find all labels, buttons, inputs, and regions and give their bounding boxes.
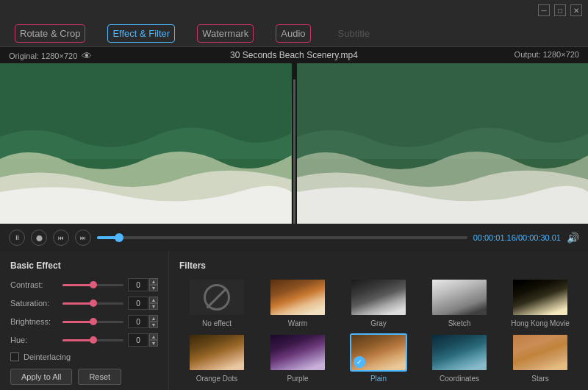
close-button[interactable]: ✕ [570,4,582,16]
prev-frame-button[interactable]: ⏮ [53,230,69,246]
saturation-value-box: 0 ▲ ▼ [128,297,158,310]
filter-sketch[interactable]: Sketch [422,278,497,327]
brightness-slider[interactable] [62,321,123,323]
reset-button[interactable]: Reset [78,369,121,385]
saturation-down[interactable]: ▼ [149,303,158,310]
transport-bar: ⏸ ⬤ ⏮ ⏭ 00:00:01.16/00:00:30.01 🔊 [0,224,588,252]
filter-label-hk-movie: Hong Kong Movie [511,319,570,327]
brightness-value-box: 0 ▲ ▼ [128,315,158,328]
contrast-spinner[interactable]: ▲ ▼ [149,278,158,291]
hue-spinner[interactable]: ▲ ▼ [149,333,158,347]
filters-grid: No effect Warm Gray Ske [179,278,578,383]
saturation-handle[interactable] [90,299,97,307]
filter-purple[interactable]: Purple [260,333,335,383]
filter-label-coordinates: Coordinates [440,375,479,383]
saturation-fill [62,302,93,305]
action-buttons: Apply to All Reset [10,369,158,385]
preview-area: Original: 1280×720 👁 Output: 1280×720 30… [0,47,588,224]
saturation-row: Saturation: 0 ▲ ▼ [10,297,158,310]
filter-coordinates[interactable]: Coordinates [422,333,497,383]
filter-thumb-orange-dots [188,333,245,372]
preview-panels [0,47,588,224]
filter-warm[interactable]: Warm [260,278,335,327]
video-title: 30 Seconds Beach Scenery.mp4 [230,50,358,60]
filter-thumb-stars [512,333,569,372]
deinterlace-checkbox[interactable] [10,352,19,361]
progress-track[interactable] [97,236,467,239]
contrast-up[interactable]: ▲ [149,278,158,285]
filter-label-sketch: Sketch [448,319,471,327]
contrast-value-box: 0 ▲ ▼ [128,278,158,291]
filter-thumb-gray [350,278,407,316]
eye-icon[interactable]: 👁 [82,50,92,62]
basic-effect-title: Basic Effect [10,260,158,271]
apply-all-button[interactable]: Apply to All [10,369,72,385]
brightness-spinner[interactable]: ▲ ▼ [149,315,158,328]
contrast-label: Contrast: [10,280,58,289]
filter-hk-movie[interactable]: Hong Kong Movie [503,278,578,327]
filter-stars[interactable]: Stars [503,333,578,383]
hue-label: Hue: [10,336,58,344]
tab-audio[interactable]: Audio [276,24,310,43]
filter-no-effect[interactable]: No effect [179,278,254,327]
brightness-label: Brightness: [10,317,58,326]
contrast-slider[interactable] [62,284,123,286]
filter-label-stars: Stars [531,375,548,383]
filter-label-warm: Warm [288,319,307,327]
next-frame-button[interactable]: ⏭ [75,230,91,246]
tab-subtitle[interactable]: Subtitle [333,24,375,43]
filter-thumb-hk-movie [512,278,569,316]
saturation-spinner[interactable]: ▲ ▼ [149,297,158,310]
filter-label-gray: Gray [370,319,387,327]
contrast-fill [62,284,93,286]
contrast-row: Contrast: 0 ▲ ▼ [10,278,158,291]
brightness-up[interactable]: ▲ [149,315,158,322]
bottom-panel: Basic Effect Contrast: 0 ▲ ▼ Saturation: [0,252,588,390]
filter-label-no-effect: No effect [202,319,232,327]
tab-rotate-crop[interactable]: Rotate & Crop [15,24,85,43]
stop-button[interactable]: ⬤ [31,230,47,246]
saturation-up[interactable]: ▲ [149,297,158,303]
tab-bar: Rotate & Crop Effect & Filter Watermark … [0,21,588,47]
hue-handle[interactable] [90,336,97,344]
hue-row: Hue: 0 ▲ ▼ [10,333,158,347]
contrast-value[interactable]: 0 [128,278,148,291]
minimize-button[interactable]: ─ [538,4,550,16]
tab-effect-filter[interactable]: Effect & Filter [107,24,175,43]
preview-original [0,63,292,224]
filter-thumb-plain: ✓ [350,333,407,372]
contrast-down[interactable]: ▼ [149,285,158,291]
right-filters: Filters No effect Warm [169,252,588,390]
brightness-handle[interactable] [90,318,97,325]
contrast-handle[interactable] [90,281,97,288]
brightness-fill [62,321,93,323]
hue-up[interactable]: ▲ [149,333,158,340]
filter-orange-dots[interactable]: Orange Dots [179,333,254,383]
hue-fill [62,339,93,341]
saturation-value[interactable]: 0 [128,297,148,310]
pause-button[interactable]: ⏸ [9,230,25,246]
filter-plain[interactable]: ✓ Plain [341,333,416,383]
maximize-button[interactable]: □ [554,4,566,16]
preview-divider [293,79,295,224]
filter-thumb-sketch [431,278,488,316]
left-controls: Basic Effect Contrast: 0 ▲ ▼ Saturation: [0,252,169,390]
deinterlace-row: Deinterlacing [10,352,158,361]
hue-slider[interactable] [62,339,123,341]
brightness-down[interactable]: ▼ [149,322,158,328]
progress-handle[interactable] [115,233,123,242]
volume-icon[interactable]: 🔊 [567,232,579,244]
filter-label-orange-dots: Orange Dots [196,375,238,383]
brightness-value[interactable]: 0 [128,315,148,328]
hue-value[interactable]: 0 [128,333,148,347]
filter-gray[interactable]: Gray [341,278,416,327]
filter-thumb-purple [269,333,326,372]
filter-thumb-coordinates [431,333,488,372]
preview-output [297,63,589,224]
tab-watermark[interactable]: Watermark [197,24,254,43]
filter-thumb-no-effect [188,278,245,316]
saturation-slider[interactable] [62,302,123,305]
original-label: Original: 1280×720 [9,52,77,60]
hue-down[interactable]: ▼ [149,340,158,347]
filters-title: Filters [179,260,578,271]
